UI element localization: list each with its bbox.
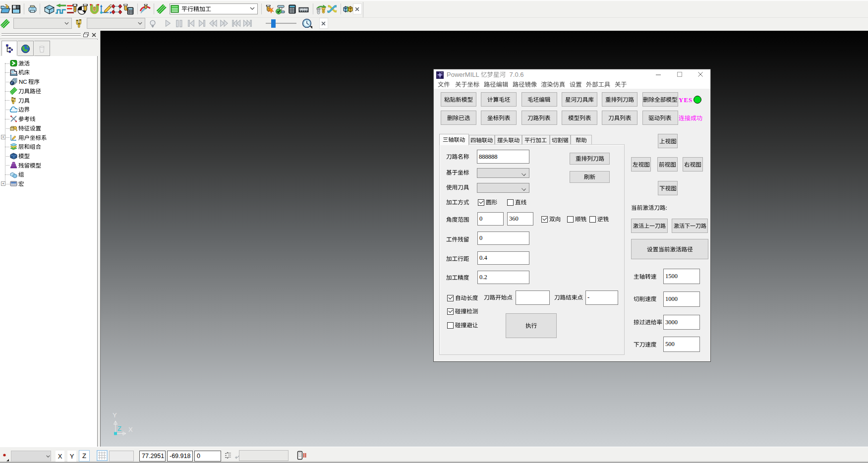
svg-text:Z: Z: [117, 425, 121, 432]
svg-text:X: X: [128, 426, 133, 433]
svg-text:Y: Y: [113, 411, 117, 419]
